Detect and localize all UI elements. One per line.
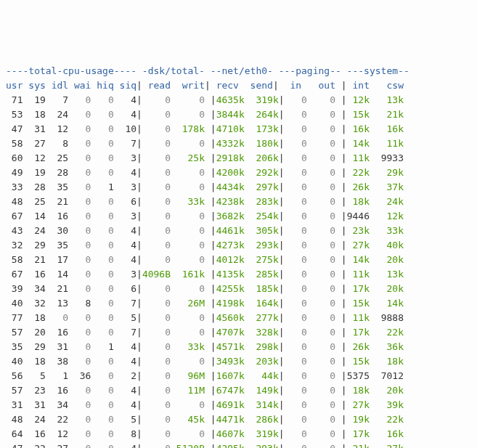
idl-3: 8	[46, 138, 68, 149]
recv-5: 4200k	[216, 167, 245, 178]
sys-7: 25	[23, 196, 45, 207]
siq-22: 5	[114, 414, 136, 425]
usr-22: 48	[6, 414, 23, 425]
sys-16: 20	[23, 327, 45, 338]
csw-8: 12k	[370, 211, 404, 221]
header-col-4: idl	[52, 80, 68, 91]
read-18: 0	[142, 356, 171, 367]
recv-23: 4607k	[216, 428, 245, 439]
wai-18: 0	[68, 356, 91, 367]
hiq-20: 0	[91, 385, 113, 396]
csw-21: 39k	[370, 399, 404, 410]
idl-7: 21	[46, 196, 68, 207]
usr-12: 67	[6, 269, 23, 280]
int-8: 9446	[347, 211, 370, 221]
writ-14: 26M	[171, 298, 205, 309]
sep-net-15: |	[279, 312, 285, 323]
sep-net-19: |	[279, 370, 285, 381]
idl-8: 16	[46, 211, 68, 221]
usr-8: 67	[6, 211, 23, 221]
sys-20: 23	[23, 385, 45, 396]
sep-dsk-20: |	[205, 385, 216, 396]
sep-dsk-6: |	[205, 182, 216, 192]
csw-3: 11k	[370, 138, 404, 149]
hiq-22: 0	[91, 414, 113, 425]
in-12: 0	[285, 269, 307, 280]
sep-cpu-20: |	[136, 385, 142, 396]
in-13: 0	[285, 283, 307, 294]
idl-5: 28	[46, 167, 68, 178]
int-14: 15k	[347, 298, 370, 309]
sep-dsk-24: |	[205, 443, 216, 448]
wai-12: 0	[68, 269, 91, 280]
int-9: 23k	[347, 225, 370, 236]
csw-5: 29k	[370, 167, 404, 178]
writ-6: 0	[171, 182, 205, 192]
header-col-3	[46, 80, 52, 91]
out-2: 0	[307, 123, 335, 134]
wai-3: 0	[68, 138, 91, 149]
csw-4: 9933	[370, 152, 404, 163]
sep-pg-5: |	[335, 167, 347, 178]
writ-16: 0	[171, 327, 205, 338]
csw-11: 20k	[370, 254, 404, 265]
hiq-12: 0	[91, 269, 113, 280]
sep-pg-12: |	[335, 269, 347, 280]
in-8: 0	[285, 211, 307, 221]
idl-20: 16	[46, 385, 68, 396]
writ-13: 0	[171, 283, 205, 294]
out-18: 0	[307, 356, 335, 367]
idl-9: 30	[46, 225, 68, 236]
send-11: 275k	[245, 254, 279, 265]
header-group-8: ---system--	[347, 65, 409, 76]
sep-cpu-9: |	[136, 225, 142, 236]
sep-net-20: |	[279, 385, 285, 396]
sep-pg-0: |	[335, 94, 347, 105]
idl-18: 38	[46, 356, 68, 367]
in-1: 0	[285, 109, 307, 120]
hiq-17: 1	[91, 341, 113, 352]
sep-net-6: |	[279, 182, 285, 192]
dstat-output: ----total-cpu-usage---- -dsk/total- --ne…	[6, 64, 409, 448]
sys-13: 34	[23, 283, 45, 294]
sep-net-16: |	[279, 327, 285, 338]
recv-15: 4560k	[216, 312, 245, 323]
send-7: 283k	[245, 196, 279, 207]
writ-0: 0	[171, 94, 205, 105]
hiq-23: 0	[91, 428, 113, 439]
sep-net-21: |	[279, 399, 285, 410]
csw-15: 9888	[370, 312, 404, 323]
int-3: 14k	[347, 138, 370, 149]
sep-cpu-22: |	[136, 414, 142, 425]
header-group-5	[273, 65, 279, 76]
sep-net-8: |	[279, 211, 285, 221]
sep-dsk-8: |	[205, 211, 216, 221]
siq-17: 4	[114, 341, 136, 352]
csw-14: 14k	[370, 298, 404, 309]
in-9: 0	[285, 225, 307, 236]
usr-16: 57	[6, 327, 23, 338]
in-24: 0	[285, 443, 307, 448]
sep-pg-20: |	[335, 385, 347, 396]
sep-pg-14: |	[335, 298, 347, 309]
int-11: 14k	[347, 254, 370, 265]
sep-pg-6: |	[335, 182, 347, 192]
hiq-9: 0	[91, 225, 113, 236]
sep-pg-21: |	[335, 399, 347, 410]
writ-20: 11M	[171, 385, 205, 396]
recv-16: 4707k	[216, 327, 245, 338]
out-23: 0	[307, 428, 335, 439]
sep-dsk-7: |	[205, 196, 216, 207]
send-14: 164k	[245, 298, 279, 309]
sep-cpu-15: |	[136, 312, 142, 323]
sep-net-24: |	[279, 443, 285, 448]
out-7: 0	[307, 196, 335, 207]
in-16: 0	[285, 327, 307, 338]
wai-22: 0	[68, 414, 91, 425]
recv-24: 4295k	[216, 443, 245, 448]
header-group-2: -dsk/total-	[142, 65, 205, 76]
hiq-8: 0	[91, 211, 113, 221]
header-col-19: |	[273, 80, 279, 91]
wai-7: 0	[68, 196, 91, 207]
sys-6: 28	[23, 182, 45, 192]
